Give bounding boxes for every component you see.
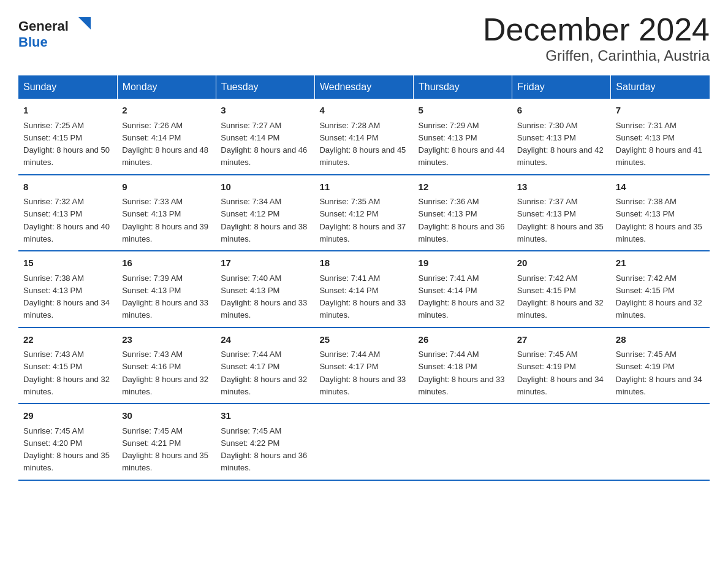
day-number: 24 bbox=[221, 333, 309, 347]
day-info: Sunrise: 7:42 AMSunset: 4:15 PMDaylight:… bbox=[616, 274, 702, 320]
day-info: Sunrise: 7:43 AMSunset: 4:15 PMDaylight:… bbox=[23, 350, 110, 396]
day-number: 14 bbox=[616, 180, 705, 194]
day-number: 10 bbox=[221, 180, 309, 194]
day-number: 5 bbox=[419, 104, 507, 118]
calendar-cell: 14 Sunrise: 7:38 AMSunset: 4:13 PMDaylig… bbox=[611, 175, 710, 251]
day-info: Sunrise: 7:41 AMSunset: 4:14 PMDaylight:… bbox=[319, 274, 406, 320]
calendar-cell: 6 Sunrise: 7:30 AMSunset: 4:13 PMDayligh… bbox=[512, 99, 611, 175]
day-info: Sunrise: 7:36 AMSunset: 4:13 PMDaylight:… bbox=[419, 197, 505, 243]
calendar-cell: 10 Sunrise: 7:34 AMSunset: 4:12 PMDaylig… bbox=[216, 175, 314, 251]
day-info: Sunrise: 7:26 AMSunset: 4:14 PMDaylight:… bbox=[122, 121, 208, 167]
calendar-cell bbox=[314, 404, 413, 480]
calendar-cell: 11 Sunrise: 7:35 AMSunset: 4:12 PMDaylig… bbox=[314, 175, 413, 251]
day-info: Sunrise: 7:41 AMSunset: 4:14 PMDaylight:… bbox=[419, 274, 505, 320]
calendar-cell: 15 Sunrise: 7:38 AMSunset: 4:13 PMDaylig… bbox=[18, 251, 117, 327]
calendar-cell: 12 Sunrise: 7:36 AMSunset: 4:13 PMDaylig… bbox=[414, 175, 512, 251]
calendar-cell: 26 Sunrise: 7:44 AMSunset: 4:18 PMDaylig… bbox=[414, 327, 512, 404]
day-number: 13 bbox=[517, 180, 606, 194]
day-info: Sunrise: 7:28 AMSunset: 4:14 PMDaylight:… bbox=[319, 121, 406, 167]
day-info: Sunrise: 7:30 AMSunset: 4:13 PMDaylight:… bbox=[517, 121, 604, 167]
day-number: 7 bbox=[616, 104, 705, 118]
calendar-week-row: 15 Sunrise: 7:38 AMSunset: 4:13 PMDaylig… bbox=[18, 251, 710, 327]
calendar-cell: 30 Sunrise: 7:45 AMSunset: 4:21 PMDaylig… bbox=[117, 404, 216, 480]
calendar-cell: 9 Sunrise: 7:33 AMSunset: 4:13 PMDayligh… bbox=[117, 175, 216, 251]
title-block: December 2024 Griffen, Carinthia, Austri… bbox=[483, 12, 710, 64]
day-number: 6 bbox=[517, 104, 606, 118]
day-number: 3 bbox=[221, 104, 309, 118]
day-number: 20 bbox=[517, 256, 606, 270]
calendar-cell: 16 Sunrise: 7:39 AMSunset: 4:13 PMDaylig… bbox=[117, 251, 216, 327]
day-number: 16 bbox=[122, 256, 211, 270]
logo: General Blue bbox=[18, 12, 92, 52]
day-info: Sunrise: 7:43 AMSunset: 4:16 PMDaylight:… bbox=[122, 350, 208, 396]
day-number: 9 bbox=[122, 180, 211, 194]
day-number: 19 bbox=[419, 256, 507, 270]
day-info: Sunrise: 7:39 AMSunset: 4:13 PMDaylight:… bbox=[122, 274, 208, 320]
day-number: 25 bbox=[319, 333, 408, 347]
logo-svg: General Blue bbox=[18, 12, 92, 52]
day-info: Sunrise: 7:38 AMSunset: 4:13 PMDaylight:… bbox=[616, 197, 702, 243]
svg-text:General: General bbox=[18, 18, 69, 34]
calendar-cell: 8 Sunrise: 7:32 AMSunset: 4:13 PMDayligh… bbox=[18, 175, 117, 251]
calendar-cell bbox=[611, 404, 710, 480]
calendar-header-tuesday: Tuesday bbox=[216, 75, 314, 99]
day-number: 8 bbox=[23, 180, 112, 194]
day-number: 1 bbox=[23, 104, 112, 118]
day-info: Sunrise: 7:44 AMSunset: 4:18 PMDaylight:… bbox=[419, 350, 505, 396]
calendar-header-monday: Monday bbox=[117, 75, 216, 99]
calendar-cell: 3 Sunrise: 7:27 AMSunset: 4:14 PMDayligh… bbox=[216, 99, 314, 175]
calendar-cell: 20 Sunrise: 7:42 AMSunset: 4:15 PMDaylig… bbox=[512, 251, 611, 327]
day-number: 15 bbox=[23, 256, 112, 270]
day-info: Sunrise: 7:45 AMSunset: 4:22 PMDaylight:… bbox=[221, 426, 307, 473]
calendar-cell: 31 Sunrise: 7:45 AMSunset: 4:22 PMDaylig… bbox=[216, 404, 314, 480]
day-number: 4 bbox=[319, 104, 408, 118]
day-info: Sunrise: 7:31 AMSunset: 4:13 PMDaylight:… bbox=[616, 121, 702, 167]
day-info: Sunrise: 7:32 AMSunset: 4:13 PMDaylight:… bbox=[23, 197, 110, 243]
day-number: 22 bbox=[23, 333, 112, 347]
calendar-cell: 28 Sunrise: 7:45 AMSunset: 4:19 PMDaylig… bbox=[611, 327, 710, 404]
calendar-cell: 5 Sunrise: 7:29 AMSunset: 4:13 PMDayligh… bbox=[414, 99, 512, 175]
calendar-cell bbox=[512, 404, 611, 480]
calendar-week-row: 29 Sunrise: 7:45 AMSunset: 4:20 PMDaylig… bbox=[18, 404, 710, 480]
day-number: 30 bbox=[122, 409, 211, 423]
day-info: Sunrise: 7:37 AMSunset: 4:13 PMDaylight:… bbox=[517, 197, 604, 243]
day-info: Sunrise: 7:35 AMSunset: 4:12 PMDaylight:… bbox=[319, 197, 406, 243]
day-info: Sunrise: 7:44 AMSunset: 4:17 PMDaylight:… bbox=[221, 350, 307, 396]
day-info: Sunrise: 7:34 AMSunset: 4:12 PMDaylight:… bbox=[221, 197, 307, 243]
calendar-cell: 23 Sunrise: 7:43 AMSunset: 4:16 PMDaylig… bbox=[117, 327, 216, 404]
day-info: Sunrise: 7:33 AMSunset: 4:13 PMDaylight:… bbox=[122, 197, 208, 243]
calendar-cell: 2 Sunrise: 7:26 AMSunset: 4:14 PMDayligh… bbox=[117, 99, 216, 175]
calendar-header-friday: Friday bbox=[512, 75, 611, 99]
day-info: Sunrise: 7:45 AMSunset: 4:20 PMDaylight:… bbox=[23, 426, 110, 473]
calendar-cell: 17 Sunrise: 7:40 AMSunset: 4:13 PMDaylig… bbox=[216, 251, 314, 327]
calendar-cell: 7 Sunrise: 7:31 AMSunset: 4:13 PMDayligh… bbox=[611, 99, 710, 175]
calendar-header-sunday: Sunday bbox=[18, 75, 117, 99]
day-info: Sunrise: 7:25 AMSunset: 4:15 PMDaylight:… bbox=[23, 121, 110, 167]
day-number: 18 bbox=[319, 256, 408, 270]
day-number: 31 bbox=[221, 409, 309, 423]
day-number: 11 bbox=[319, 180, 408, 194]
page-subtitle: Griffen, Carinthia, Austria bbox=[483, 47, 710, 64]
page-title: December 2024 bbox=[483, 12, 710, 47]
calendar-week-row: 1 Sunrise: 7:25 AMSunset: 4:15 PMDayligh… bbox=[18, 99, 710, 175]
calendar-table: SundayMondayTuesdayWednesdayThursdayFrid… bbox=[18, 75, 710, 481]
calendar-cell: 29 Sunrise: 7:45 AMSunset: 4:20 PMDaylig… bbox=[18, 404, 117, 480]
day-number: 28 bbox=[616, 333, 705, 347]
calendar-cell: 13 Sunrise: 7:37 AMSunset: 4:13 PMDaylig… bbox=[512, 175, 611, 251]
day-number: 12 bbox=[419, 180, 507, 194]
calendar-header-wednesday: Wednesday bbox=[314, 75, 413, 99]
day-info: Sunrise: 7:42 AMSunset: 4:15 PMDaylight:… bbox=[517, 274, 604, 320]
day-info: Sunrise: 7:45 AMSunset: 4:19 PMDaylight:… bbox=[616, 350, 702, 396]
calendar-header-saturday: Saturday bbox=[611, 75, 710, 99]
calendar-cell: 27 Sunrise: 7:45 AMSunset: 4:19 PMDaylig… bbox=[512, 327, 611, 404]
calendar-cell: 24 Sunrise: 7:44 AMSunset: 4:17 PMDaylig… bbox=[216, 327, 314, 404]
day-info: Sunrise: 7:38 AMSunset: 4:13 PMDaylight:… bbox=[23, 274, 110, 320]
calendar-cell: 22 Sunrise: 7:43 AMSunset: 4:15 PMDaylig… bbox=[18, 327, 117, 404]
calendar-cell: 18 Sunrise: 7:41 AMSunset: 4:14 PMDaylig… bbox=[314, 251, 413, 327]
day-info: Sunrise: 7:27 AMSunset: 4:14 PMDaylight:… bbox=[221, 121, 307, 167]
calendar-cell bbox=[414, 404, 512, 480]
calendar-cell: 4 Sunrise: 7:28 AMSunset: 4:14 PMDayligh… bbox=[314, 99, 413, 175]
svg-marker-1 bbox=[78, 17, 91, 29]
day-number: 2 bbox=[122, 104, 211, 118]
calendar-cell: 25 Sunrise: 7:44 AMSunset: 4:17 PMDaylig… bbox=[314, 327, 413, 404]
